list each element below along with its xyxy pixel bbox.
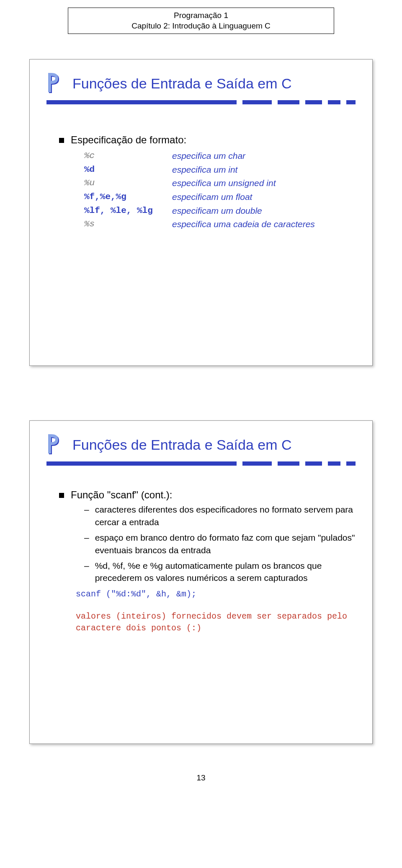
- slide1-title-row: Funções de Entrada e Saída em C: [46, 72, 356, 95]
- fmt-code: %f,%e,%g: [84, 190, 172, 204]
- fmt-desc: especifica um unsigned int: [172, 176, 276, 190]
- fmt-desc: especificam um float: [172, 190, 252, 204]
- table-row: %lf, %le, %lg especificam um double: [84, 204, 356, 218]
- page-number: 13: [0, 773, 402, 795]
- dash-icon: –: [84, 503, 89, 528]
- slide2-stripe: [46, 461, 356, 466]
- slide1-bullet: Especificação de formato:: [59, 134, 356, 146]
- fmt-code: %u: [84, 176, 172, 190]
- logo-icon: [46, 433, 64, 456]
- slide2-bullet: Função "scanf" (cont.):: [59, 489, 356, 501]
- table-row: %c especifica um char: [84, 149, 356, 163]
- slide-2: Funções de Entrada e Saída em C Função "…: [29, 420, 373, 744]
- page-header: Programação 1 Capítulo 2: Introdução à L…: [68, 8, 334, 34]
- table-row: %u especifica um unsigned int: [84, 176, 356, 190]
- table-row: %d especifica um int: [84, 163, 356, 177]
- bullet-square-icon: [59, 493, 64, 498]
- fmt-code: %s: [84, 218, 172, 231]
- code-sample: scanf ("%d:%d", &h, &m);: [76, 589, 356, 599]
- format-table: %c especifica um char %d especifica um i…: [84, 149, 356, 231]
- fmt-desc: especifica uma cadeia de caracteres: [172, 218, 315, 231]
- slide2-body: Função "scanf" (cont.): – caracteres dif…: [59, 489, 356, 634]
- slide1-title: Funções de Entrada e Saída em C: [72, 75, 292, 92]
- list-item: – caracteres diferentes dos especificado…: [84, 503, 356, 528]
- dash-icon: –: [84, 531, 89, 556]
- logo-icon: [46, 72, 64, 95]
- header-line2: Capítulo 2: Introdução à Linguaguem C: [73, 21, 329, 31]
- fmt-code: %d: [84, 163, 172, 177]
- code-note: valores (inteiros) fornecidos devem ser …: [76, 611, 356, 634]
- list-item: – espaço em branco dentro do formato faz…: [84, 531, 356, 556]
- slide2-title: Funções de Entrada e Saída em C: [72, 437, 292, 453]
- header-line1: Programação 1: [73, 10, 329, 21]
- slide1-bullet-text: Especificação de formato:: [71, 134, 186, 146]
- note-line2: caractere dois pontos (:): [76, 623, 201, 633]
- table-row: %f,%e,%g especificam um float: [84, 190, 356, 204]
- fmt-code: %c: [84, 149, 172, 163]
- list-item: – %d, %f, %e e %g automaticamente pulam …: [84, 560, 356, 584]
- fmt-desc: especificam um double: [172, 204, 262, 218]
- sub-item-text: espaço em branco dentro do formato faz c…: [95, 531, 356, 556]
- slide-1: Funções de Entrada e Saída em C Especifi…: [29, 59, 373, 366]
- dash-icon: –: [84, 560, 89, 584]
- slide2-bullet-text: Função "scanf" (cont.):: [71, 489, 172, 501]
- fmt-desc: especifica um char: [172, 149, 245, 163]
- sub-item-text: %d, %f, %e e %g automaticamente pulam os…: [95, 560, 356, 584]
- table-row: %s especifica uma cadeia de caracteres: [84, 218, 356, 231]
- sub-item-text: caracteres diferentes dos especificadore…: [95, 503, 356, 528]
- slide2-sublist: – caracteres diferentes dos especificado…: [84, 503, 356, 584]
- fmt-desc: especifica um int: [172, 163, 237, 177]
- slide2-title-row: Funções de Entrada e Saída em C: [46, 433, 356, 456]
- slide1-body: Especificação de formato: %c especifica …: [59, 134, 356, 231]
- fmt-code: %lf, %le, %lg: [84, 204, 172, 218]
- note-line1: valores (inteiros) fornecidos devem ser …: [76, 611, 347, 621]
- bullet-square-icon: [59, 138, 64, 143]
- slide1-stripe: [46, 100, 356, 105]
